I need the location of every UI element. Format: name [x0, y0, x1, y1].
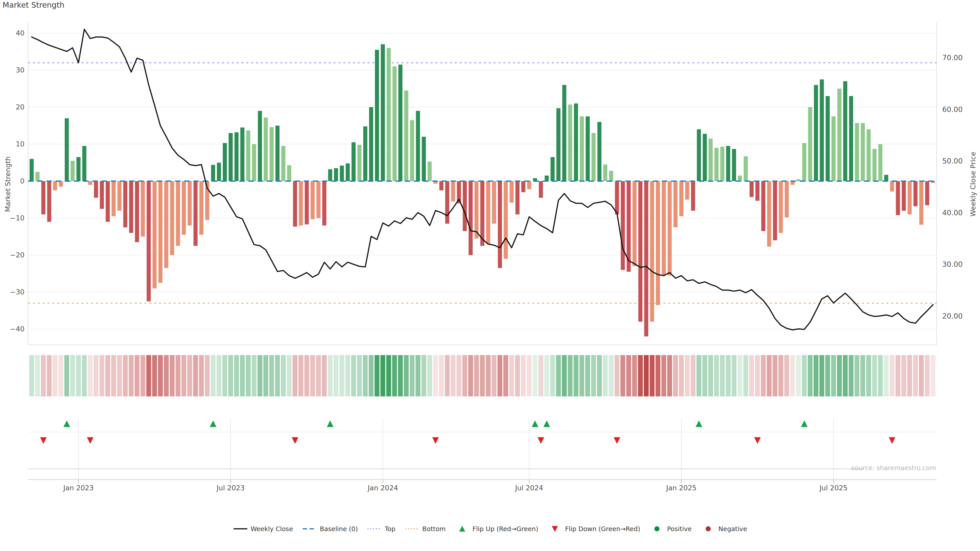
- strength-bar: [708, 138, 713, 181]
- legend-label: Top: [385, 525, 395, 533]
- legend-label: Positive: [667, 525, 692, 533]
- strength-bar: [305, 181, 309, 224]
- heatmap-cell: [439, 355, 444, 396]
- heatmap-cell: [404, 355, 409, 396]
- heatmap-cell: [146, 355, 151, 396]
- heatmap-cell: [667, 355, 672, 396]
- heatmap-cell: [732, 355, 737, 396]
- heatmap-cell: [111, 355, 116, 396]
- strength-bar: [287, 165, 291, 181]
- heatmap-cell: [181, 355, 186, 396]
- strength-bar: [71, 161, 75, 181]
- right-axis-tick-label: 40.00: [942, 209, 963, 217]
- legend-label: Negative: [718, 525, 747, 533]
- left-axis-tick-label: −20: [10, 251, 24, 259]
- heatmap-cell: [650, 355, 655, 396]
- strength-bar: [334, 168, 338, 181]
- left-axis-tick-label: 40: [16, 29, 24, 37]
- strength-bar: [597, 122, 601, 181]
- strength-bar: [88, 181, 92, 185]
- strength-bar: [609, 171, 613, 181]
- heatmap-cell: [375, 355, 380, 396]
- heatmap-cell: [849, 355, 853, 396]
- strength-bar: [118, 181, 121, 211]
- strength-bar: [164, 181, 169, 268]
- legend-dotted-icon: [367, 525, 382, 533]
- strength-bar: [352, 142, 355, 181]
- strength-bar: [673, 181, 678, 227]
- strength-bar: [428, 162, 432, 181]
- strength-bar: [697, 129, 701, 181]
- strength-bar: [849, 96, 853, 181]
- strength-bar: [410, 120, 414, 181]
- heatmap-cell: [685, 355, 690, 396]
- strength-bar: [685, 181, 689, 200]
- heatmap-cell: [140, 355, 145, 396]
- strength-bar: [129, 181, 133, 233]
- heatmap-cell: [222, 355, 227, 396]
- heatmap-cell: [778, 355, 783, 396]
- left-axis-tick-label: −10: [10, 214, 24, 222]
- strength-bar: [814, 85, 818, 181]
- left-axis-label: Market Strength: [4, 156, 12, 212]
- strength-bar: [100, 181, 104, 209]
- heatmap-cell: [890, 355, 894, 396]
- heatmap-cell: [59, 355, 63, 396]
- heatmap-cell: [293, 355, 298, 396]
- heatmap-cell: [246, 355, 251, 396]
- legend-label: Weekly Close: [251, 525, 293, 533]
- heatmap-cell: [831, 355, 836, 396]
- strength-bar: [275, 126, 280, 181]
- strength-bar: [123, 181, 127, 227]
- strength-bar: [199, 181, 204, 235]
- strength-bar: [269, 127, 274, 181]
- strength-bar: [568, 105, 572, 181]
- strength-bar: [902, 181, 906, 211]
- heatmap-cell: [527, 355, 531, 396]
- heatmap-cell: [480, 355, 485, 396]
- heatmap-cell: [784, 355, 789, 396]
- x-axis-tick-label: Jan 2025: [666, 484, 697, 492]
- heatmap-cell: [907, 355, 912, 396]
- heatmap-cell: [363, 355, 368, 396]
- heatmap-cell: [743, 355, 748, 396]
- x-axis-tick-label: Jul 2024: [515, 484, 543, 492]
- strength-bar: [357, 145, 361, 181]
- heatmap-cell: [767, 355, 772, 396]
- heatmap-cell: [708, 355, 713, 396]
- strength-bar: [913, 181, 918, 206]
- left-axis-tick-label: 10: [16, 140, 24, 148]
- legend-dashed-icon: [302, 525, 317, 533]
- strength-bar: [726, 146, 730, 181]
- strength-bar: [720, 147, 724, 181]
- strength-bar: [328, 169, 332, 181]
- strength-bar: [550, 157, 555, 181]
- strength-bar: [744, 156, 748, 181]
- heatmap-cell: [76, 355, 81, 396]
- heatmap-cell: [550, 355, 555, 396]
- heatmap-cell: [814, 355, 818, 396]
- strength-bar: [246, 130, 250, 181]
- strength-bar: [907, 181, 912, 214]
- strength-bar: [322, 181, 326, 225]
- legend-label: Bottom: [422, 525, 446, 533]
- heatmap-cell: [345, 355, 350, 396]
- strength-bar: [632, 181, 636, 266]
- strength-bar: [141, 181, 145, 237]
- heatmap-cell: [415, 355, 420, 396]
- strength-bar: [387, 48, 391, 181]
- strength-bar: [469, 181, 473, 255]
- strength-bar: [826, 96, 830, 181]
- heatmap-cell: [644, 355, 649, 396]
- heatmap-cell: [64, 355, 69, 396]
- flip-down-marker: [889, 437, 895, 444]
- plot-area: 403020100−10−20−30−4070.0060.0050.0040.0…: [0, 0, 980, 551]
- heatmap-cell: [860, 355, 865, 396]
- strength-bar: [53, 181, 57, 190]
- heatmap-cell: [451, 355, 455, 396]
- legend-triangle-up-icon: [455, 525, 469, 533]
- strength-bar: [229, 133, 233, 181]
- strength-bar: [656, 181, 660, 305]
- x-axis-tick-label: Jan 2024: [367, 484, 398, 492]
- heatmap-cell: [129, 355, 134, 396]
